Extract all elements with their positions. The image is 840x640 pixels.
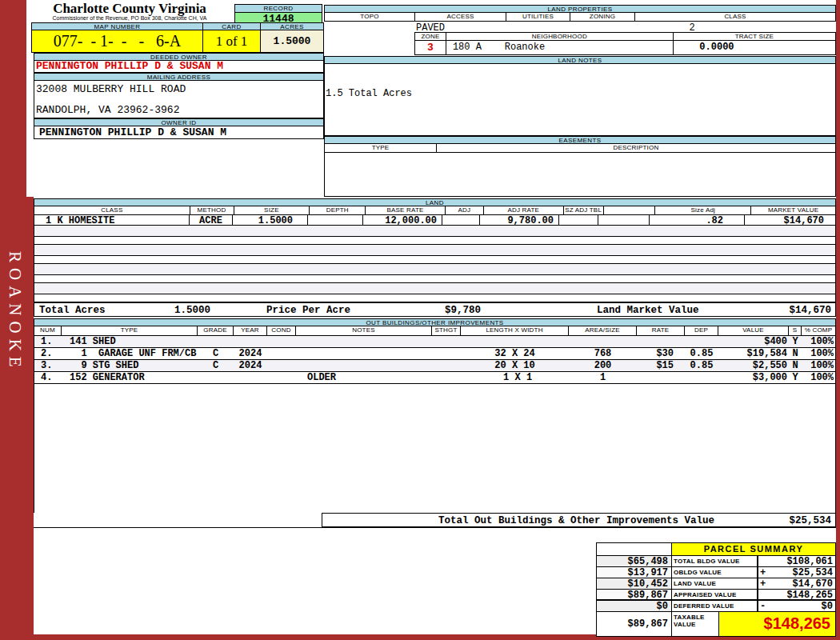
land-adj	[442, 215, 480, 225]
summary-row: $10,452 LAND VALUE + $14,670	[597, 578, 835, 590]
col-header-sthgt: STHGT	[432, 326, 461, 335]
summary-left-value: $0	[597, 601, 672, 611]
out-building-row: 1. 141 SHED $400 Y 100%	[34, 336, 836, 348]
land-notes-title: LAND NOTES	[324, 56, 836, 64]
parcel-summary-header-row: PARCEL SUMMARY	[597, 543, 835, 556]
ob-type: 1 GARAGE UNF FRM/CB	[62, 348, 198, 359]
ob-rate: $30	[637, 348, 685, 359]
taxable-value-row: $89,867 TAXABLE VALUE $148,265	[597, 612, 835, 636]
ob-num: 1.	[34, 336, 62, 347]
owner-id-value: PENNINGTON PHILLIP D & SUSAN M	[34, 126, 324, 139]
col-header-type: TYPE	[325, 144, 437, 152]
ob-s: Y	[789, 372, 802, 383]
ob-num: 2.	[34, 348, 62, 359]
land-size-adj: .82	[650, 215, 745, 225]
summary-right-value: $14,670	[793, 578, 833, 589]
ob-dep: 0.85	[685, 360, 718, 371]
land-depth	[308, 215, 363, 225]
ob-length-width: 20 X 10	[461, 360, 569, 371]
summary-label: LAND VALUE	[672, 578, 757, 589]
summary-label: APPRAISED VALUE	[672, 590, 757, 599]
out-buildings-bottom-border	[34, 527, 836, 528]
col-header-access: ACCESS	[415, 13, 506, 21]
summary-sign: +	[760, 578, 766, 589]
col-header-value: VALUE	[718, 326, 789, 335]
land-table-headers: CLASS METHOD SIZE DEPTH BASE RATE ADJ AD…	[34, 206, 836, 215]
mailing-address-label: MAILING ADDRESS	[34, 73, 324, 81]
col-header-market-value: MARKET VALUE	[751, 206, 835, 214]
col-header-grade: GRADE	[198, 326, 234, 335]
price-per-acre-label: Price Per Acre	[266, 305, 350, 316]
ob-length-width: 1 X 1	[461, 372, 569, 383]
col-header-notes: NOTES	[296, 326, 432, 335]
zone-headers: ZONE NEIGHBORHOOD TRACT SIZE	[414, 32, 836, 41]
ob-value: $400	[718, 336, 789, 347]
total-acres-label: Total Acres	[39, 305, 106, 316]
ob-year	[234, 372, 267, 383]
summary-label: DEFERRED VALUE	[672, 601, 757, 611]
land-blank	[598, 215, 650, 225]
col-header-description: DESCRIPTION	[437, 144, 835, 152]
ob-sthgt	[432, 336, 461, 347]
taxable-value: $148,265	[719, 612, 835, 636]
ob-sthgt	[432, 360, 461, 371]
col-header-adj-rate: ADJ RATE	[484, 206, 564, 214]
ob-year: 2024	[234, 360, 267, 371]
land-properties-panel: LAND PROPERTIES TOPO ACCESS UTILITIES ZO…	[324, 0, 836, 197]
land-market-value-label: Land Market Value	[597, 305, 699, 316]
summary-row: $89,867 APPRAISED VALUE $148,265	[597, 590, 835, 601]
record-label: RECORD	[234, 4, 322, 13]
ob-sthgt	[432, 372, 461, 383]
owner-header-panel: Charlotte County Virginia Commissioner o…	[26, 0, 324, 197]
summary-sign: +	[760, 567, 766, 578]
tract-size-value: 0.0000	[674, 41, 835, 54]
ob-comp: 100%	[802, 336, 835, 347]
deeded-owner-value: PENNINGTON PHILLIP D & SUSAN M	[34, 61, 324, 73]
out-building-row: 2. 1 GARAGE UNF FRM/CB C 2024 32 X 24 76…	[34, 348, 836, 360]
summary-left-value: $13,917	[597, 567, 672, 578]
col-header-adj: ADJ	[446, 206, 484, 214]
ob-dep	[685, 336, 718, 347]
ob-value: $2,550	[718, 360, 789, 371]
ob-num: 3.	[34, 360, 62, 371]
summary-right-value: $25,534	[793, 567, 833, 578]
neighborhood-value: 180 A Roanoke	[446, 41, 674, 54]
col-header-s: S	[789, 326, 802, 335]
col-header-class: CLASS	[34, 206, 190, 214]
parcel-summary: PARCEL SUMMARY $65,498 TOTAL BLDG VALUE …	[596, 542, 836, 637]
property-record-card: ROANOKE Charlotte County Virginia Commis…	[0, 0, 840, 640]
land-market-value-total: $14,670	[789, 305, 831, 316]
land-size: 1.5000	[233, 215, 308, 225]
col-header-area-size: AREA/SIZE	[569, 326, 637, 335]
district-vertical-label: ROANOKE	[2, 240, 27, 384]
ob-length-width: 32 X 24	[461, 348, 569, 359]
col-header-zone: ZONE	[415, 33, 446, 40]
land-sz-adj-tbl	[559, 215, 598, 225]
out-buildings-totals-row: Total Out Buildings & Other Improvements…	[322, 513, 836, 527]
zone-value: 3	[415, 41, 446, 54]
ob-cond	[267, 336, 296, 347]
mailing-address-box: 32008 MULBERRY HILL ROAD RANDOLPH, VA 23…	[34, 81, 324, 118]
ob-grade: C	[198, 348, 234, 359]
zone-values: 3 180 A Roanoke 0.0000	[414, 41, 836, 55]
land-totals-row: Total Acres 1.5000 Price Per Acre $9,780…	[34, 302, 836, 317]
ob-s: Y	[789, 336, 802, 347]
ob-comp: 100%	[802, 348, 835, 359]
out-building-row: 3. 9 STG SHED C 2024 20 X 10 200 $15 0.8…	[34, 360, 836, 372]
ob-type: 152 GENERATOR	[62, 372, 198, 383]
ob-comp: 100%	[802, 360, 835, 371]
easements-box	[324, 153, 836, 197]
ob-year	[234, 336, 267, 347]
ob-year: 2024	[234, 348, 267, 359]
land-adj-rate: 9,780.00	[480, 215, 559, 225]
card-label: CARD	[202, 22, 260, 30]
col-header-pct-comp: % COMP	[802, 326, 835, 335]
col-header-base-rate: BASE RATE	[366, 206, 446, 214]
summary-left-value: $10,452	[597, 578, 672, 589]
summary-sign: -	[760, 601, 766, 611]
ob-rate: $15	[637, 360, 685, 371]
out-buildings-title: OUT BUILDINGS/OTHER IMPROVEMENTS	[34, 318, 836, 326]
ob-type: 9 STG SHED	[62, 360, 198, 371]
land-empty-rows	[34, 226, 836, 302]
ob-notes	[296, 348, 432, 359]
